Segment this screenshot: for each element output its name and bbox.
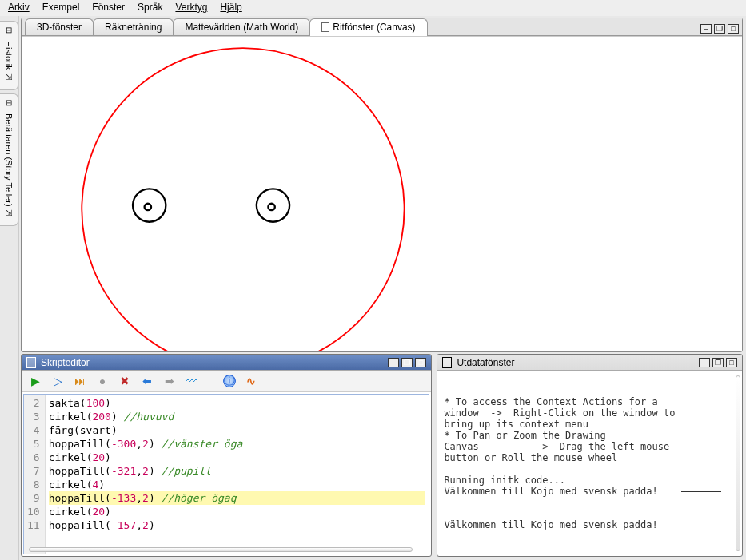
right-eye-circle xyxy=(257,189,289,221)
tabbar: 3D-fönster Räkneträning Mattevärlden (Ma… xyxy=(22,18,742,36)
maximize-button[interactable]: □ xyxy=(728,24,739,34)
step-button[interactable]: ▷ xyxy=(50,374,65,388)
menu-fonster[interactable]: Fönster xyxy=(92,2,125,13)
menu-hjalp[interactable]: Hjälp xyxy=(220,2,241,13)
left-sidebar: ⊟ Historik ⇲ ⊟ Berättaren (Story Teller)… xyxy=(0,16,19,560)
tab-label: Ritfönster (Canvas) xyxy=(333,22,415,33)
tab-label: Räkneträning xyxy=(105,22,162,33)
editor-titlebar[interactable]: Skripteditor – ❐ □ xyxy=(22,355,431,371)
output-textarea[interactable]: * To access the Context Actions for awin… xyxy=(437,371,742,556)
panel-title: Utdatafönster xyxy=(457,357,514,368)
tab-label: Mattevärlden (Math World) xyxy=(185,22,298,33)
sidebar-item-label: Historik xyxy=(4,41,14,70)
menu-verktyg[interactable]: Verktyg xyxy=(175,2,207,13)
right-panels: 3D-fönster Räkneträning Mattevärlden (Ma… xyxy=(19,16,746,560)
panel-title: Skripteditor xyxy=(41,357,90,368)
forward-button[interactable]: ➡ xyxy=(162,374,177,388)
left-eye-circle xyxy=(133,189,166,221)
document-icon xyxy=(442,357,452,368)
tab-ritfonster[interactable]: Ritfönster (Canvas) xyxy=(309,18,427,35)
restore-button[interactable]: ❐ xyxy=(712,358,724,367)
canvas-svg xyxy=(22,37,742,351)
maximize-button[interactable]: □ xyxy=(726,358,737,367)
line-gutter: 234567891011 xyxy=(24,395,46,554)
vertical-scrollbar[interactable] xyxy=(736,375,740,551)
output-panel: Utdatafönster – ❐ □ * To access the Cont… xyxy=(437,354,743,557)
restore-button[interactable]: ❐ xyxy=(401,358,413,367)
main-area: ⊟ Historik ⇲ ⊟ Berättaren (Story Teller)… xyxy=(0,16,746,560)
sidebar-item-berattaren[interactable]: ⊟ Berättaren (Story Teller) ⇲ xyxy=(0,93,18,227)
restore-button[interactable]: ❐ xyxy=(714,24,725,34)
run-selection-button[interactable]: ⏭ xyxy=(73,374,87,388)
code-lines[interactable]: sakta(100)cirkel(200) //huvuvdfärg(svart… xyxy=(46,395,429,554)
tab-raknetraning[interactable]: Räkneträning xyxy=(93,18,174,35)
tab-mattevarlden[interactable]: Mattevärlden (Math World) xyxy=(173,18,310,35)
bottom-row: Skripteditor – ❐ □ ▶ ▷ ⏭ ● ✖ ⬅ ➡ xyxy=(19,354,746,560)
horizontal-scrollbar[interactable] xyxy=(29,547,413,552)
menu-exempel[interactable]: Exempel xyxy=(42,2,80,13)
window-controls: – ❐ □ xyxy=(700,24,739,35)
canvas-panel: 3D-fönster Räkneträning Mattevärlden (Ma… xyxy=(21,18,743,352)
minimize-button[interactable]: – xyxy=(700,24,712,34)
menu-sprak[interactable]: Språk xyxy=(138,2,162,13)
wave-button[interactable]: 〰 xyxy=(185,374,199,388)
script-editor-panel: Skripteditor – ❐ □ ▶ ▷ ⏭ ● ✖ ⬅ ➡ xyxy=(21,354,432,557)
code-editor[interactable]: 234567891011 sakta(100)cirkel(200) //huv… xyxy=(23,394,429,554)
menubar: Arkiv Exempel Fönster Språk Verktyg Hjäl… xyxy=(0,0,746,16)
squiggle-button[interactable]: ∿ xyxy=(244,374,258,388)
editor-toolbar: ▶ ▷ ⏭ ● ✖ ⬅ ➡ 〰 ⓘ ∿ xyxy=(22,371,431,392)
info-button[interactable]: ⓘ xyxy=(223,375,236,387)
pin-icon: ⊟ xyxy=(6,99,12,107)
clear-button[interactable]: ✖ xyxy=(118,374,132,388)
tab-label: 3D-fönster xyxy=(37,22,82,33)
minimize-button[interactable]: – xyxy=(699,358,710,367)
minimize-button[interactable]: – xyxy=(388,358,399,367)
stop-button[interactable]: ● xyxy=(95,374,110,388)
sidebar-item-label: Berättaren (Story Teller) xyxy=(4,113,14,207)
document-icon xyxy=(321,22,329,32)
maximize-button[interactable]: □ xyxy=(415,358,426,367)
left-pupil-circle xyxy=(145,204,151,210)
pin-icon: ⇲ xyxy=(6,73,12,81)
drawing-canvas[interactable] xyxy=(22,36,742,351)
back-button[interactable]: ⬅ xyxy=(140,374,154,388)
run-button[interactable]: ▶ xyxy=(28,374,42,388)
sidebar-item-historik[interactable]: ⊟ Historik ⇲ xyxy=(0,21,18,90)
pin-icon: ⊟ xyxy=(6,26,12,34)
right-pupil-circle xyxy=(268,204,274,210)
pin-icon: ⇲ xyxy=(6,209,12,217)
head-circle xyxy=(82,48,404,351)
output-titlebar[interactable]: Utdatafönster – ❐ □ xyxy=(437,355,742,371)
tab-3d-fonster[interactable]: 3D-fönster xyxy=(25,18,94,35)
menu-arkiv[interactable]: Arkiv xyxy=(8,2,30,13)
document-icon xyxy=(26,357,36,368)
